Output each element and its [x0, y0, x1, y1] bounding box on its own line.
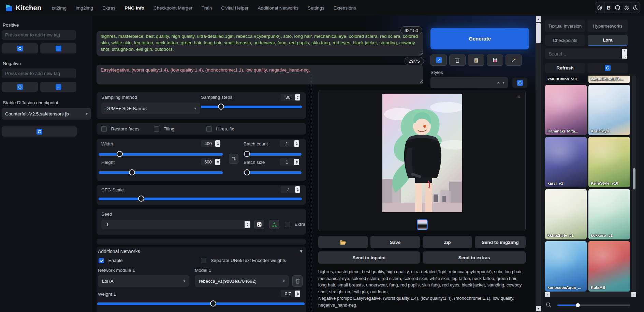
scrollbar-thumb[interactable]	[633, 168, 635, 189]
batch-size-slider[interactable]	[244, 171, 302, 174]
tab-extensions[interactable]: Extensions	[334, 5, 356, 11]
lora-card[interactable]: konosubaAqua_...	[545, 241, 587, 292]
send-to-img2img-button[interactable]: Send to img2img	[475, 236, 526, 248]
extra-networks-toggle-button[interactable]	[506, 54, 522, 66]
reuse-seed-button[interactable]	[269, 220, 279, 229]
sampling-steps-input[interactable]: 30	[281, 94, 301, 101]
tiling-checkbox[interactable]	[154, 126, 159, 132]
lora-card[interactable]: kafuuChino_v01	[545, 76, 587, 83]
negative-refresh-button[interactable]	[2, 82, 38, 92]
stepper-icon[interactable]	[295, 291, 300, 297]
resize-gutter[interactable]	[311, 74, 311, 312]
batch-count-slider[interactable]	[244, 153, 302, 156]
checkpoint-dropdown[interactable]: Counterfeit-V2.5.safetensors [b ▾	[2, 108, 91, 120]
negative-send-button[interactable]: →	[40, 82, 76, 92]
width-input[interactable]: 400	[201, 140, 221, 147]
save-style-button[interactable]	[487, 54, 503, 66]
dark-mode-moon-icon[interactable]	[631, 2, 640, 13]
tab-lora[interactable]: Lora	[588, 35, 628, 46]
lora-horizontal-scrollbar[interactable]: ‹ ›	[545, 292, 636, 297]
batch-count-input[interactable]: 1	[280, 140, 299, 147]
an-separate-weights-checkbox[interactable]	[201, 258, 206, 263]
positive-tag-input[interactable]	[2, 30, 76, 40]
lora-card[interactable]: KarlaStyle	[588, 85, 630, 135]
stepper-icon[interactable]	[245, 221, 250, 228]
hires-fix-checkbox[interactable]	[206, 126, 212, 132]
slider-handle[interactable]	[218, 104, 224, 110]
tab-png-info[interactable]: PNG Info	[125, 5, 144, 11]
lora-card[interactable]: karyl_v1	[545, 137, 587, 187]
tab-checkpoints[interactable]: Checkpoints	[545, 35, 585, 46]
boosty-icon[interactable]: B	[604, 2, 613, 13]
lora-refresh-button[interactable]: Refresh	[545, 63, 585, 73]
lora-cards-scrollbar[interactable]	[632, 76, 636, 292]
clear-styles-icon[interactable]: ×	[497, 80, 500, 85]
close-icon[interactable]: ×	[517, 94, 521, 100]
stepper-icon[interactable]	[215, 159, 220, 165]
stepper-icon[interactable]	[294, 140, 299, 147]
card-size-slider[interactable]	[557, 305, 630, 306]
positive-send-button[interactable]: →	[40, 43, 76, 53]
tab-hypernetworks[interactable]: Hypernetworks	[588, 20, 628, 32]
accordion-collapse-icon[interactable]: ▼	[299, 249, 303, 254]
style-apply-button[interactable]	[468, 54, 484, 66]
restore-faces-checkbox[interactable]	[101, 126, 107, 132]
swap-dimensions-button[interactable]	[229, 154, 238, 164]
open-folder-button[interactable]	[318, 236, 368, 248]
lora-card[interactable]: KulaMS	[588, 241, 630, 292]
slider-handle[interactable]	[129, 169, 135, 175]
positive-refresh-button[interactable]	[2, 43, 38, 53]
model-clear-button[interactable]	[292, 275, 303, 287]
tab-settings[interactable]: Settings	[308, 5, 324, 11]
tab-extras[interactable]: Extras	[102, 5, 115, 11]
generated-image[interactable]	[382, 94, 462, 212]
width-slider[interactable]	[99, 153, 223, 156]
github-icon[interactable]	[613, 2, 622, 13]
tab-train[interactable]: Train	[202, 5, 212, 11]
settings-gear-icon[interactable]	[622, 2, 631, 13]
slider-handle[interactable]	[138, 196, 144, 202]
lora-search-input[interactable]	[545, 48, 628, 59]
gallery-thumbnail[interactable]	[417, 219, 428, 230]
checkpoint-refresh-button[interactable]	[2, 126, 77, 137]
lora-card[interactable]: KeTaStyle_v10	[588, 137, 630, 187]
height-slider[interactable]	[99, 171, 223, 174]
network-module-dropdown[interactable]: LoRA ▾	[98, 275, 189, 287]
save-button[interactable]: Save	[370, 236, 420, 248]
cfg-scale-slider[interactable]	[99, 198, 302, 200]
send-to-extras-button[interactable]: Send to extras	[423, 251, 526, 264]
tab-additional-networks[interactable]: Additional Networks	[258, 5, 298, 11]
search-mini-scrollbar[interactable]: ▲	[622, 49, 627, 59]
slider-handle[interactable]	[244, 151, 250, 157]
hexagon-c-icon[interactable]	[595, 2, 604, 13]
styles-dropdown[interactable]: × ▾	[430, 77, 508, 88]
negative-tag-input[interactable]	[2, 68, 76, 78]
stepper-icon[interactable]	[215, 140, 220, 147]
tab-txt2img[interactable]: txt2img	[52, 5, 67, 11]
lora-card[interactable]: kkhtaStyle_v1	[545, 189, 587, 239]
tab-civitai-helper[interactable]: Civitai Helper	[221, 5, 248, 11]
stepper-icon[interactable]	[295, 94, 300, 100]
generate-button[interactable]: Generate	[430, 28, 529, 49]
tab-checkpoint-merger[interactable]: Checkpoint Merger	[153, 5, 192, 11]
batch-size-input[interactable]: 1	[280, 158, 299, 166]
lora-refresh-icon-button[interactable]	[588, 63, 628, 73]
model-dropdown[interactable]: rebecca_v1(9d01ea784692) ▾	[195, 275, 289, 287]
scroll-down-icon[interactable]: ▼	[536, 306, 541, 311]
slider-handle[interactable]	[117, 151, 123, 157]
paste-params-button[interactable]: ↙	[430, 54, 447, 66]
scroll-right-icon[interactable]: ›	[631, 292, 636, 297]
zip-button[interactable]: Zip	[423, 236, 472, 248]
main-scrollbar[interactable]: ▲ ▼	[536, 16, 541, 312]
an-enable-checkbox[interactable]	[99, 258, 104, 263]
stepper-icon[interactable]	[295, 186, 300, 193]
send-to-inpaint-button[interactable]: Send to inpaint	[318, 251, 420, 264]
scroll-up-icon[interactable]: ▲	[536, 16, 541, 22]
clear-prompt-button[interactable]	[449, 54, 466, 66]
random-seed-dice-button[interactable]	[254, 220, 264, 229]
negative-prompt-textarea[interactable]: EasyNegative, (worst quality:1.4), (low …	[97, 65, 423, 84]
positive-prompt-textarea[interactable]: highres, masterpiece, best quality, high…	[97, 31, 423, 56]
lora-card[interactable]: kafuuChinoIsTh...	[588, 76, 630, 83]
tab-textual-inversion[interactable]: Textual Inversion	[545, 20, 585, 32]
weight-input[interactable]: 0.7	[281, 290, 301, 297]
